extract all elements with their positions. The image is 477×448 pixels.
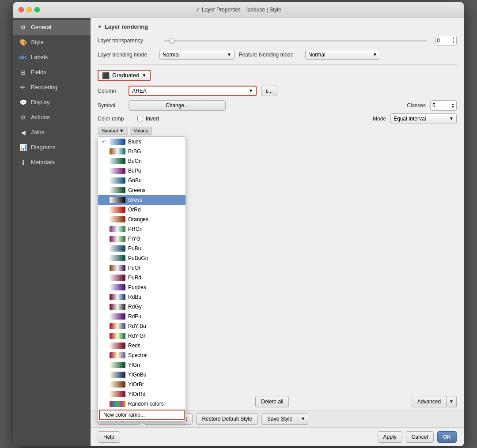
symbol-column-header[interactable]: Symbol ▼ — [98, 127, 128, 135]
save-style-button[interactable]: Save Style — [261, 413, 298, 425]
spin-buttons[interactable]: ▲ ▼ — [451, 36, 455, 45]
dropdown-item-reds[interactable]: Reds — [98, 341, 186, 350]
dropdown-item-rdpu[interactable]: RdPu — [98, 312, 186, 321]
new-color-ramp-button[interactable]: New color ramp... — [99, 410, 185, 420]
label-pubugn: PuBuGn — [128, 255, 148, 261]
sidebar-item-actions[interactable]: ⚙ Actions — [13, 110, 91, 125]
dropdown-item-bupu[interactable]: BuPu — [98, 166, 186, 176]
dropdown-item-orrd[interactable]: OrRd — [98, 205, 186, 215]
change-button[interactable]: Change... — [129, 100, 226, 111]
slider-thumb — [169, 38, 174, 43]
sidebar-item-general[interactable]: ⚙ General — [13, 20, 91, 35]
spin-down[interactable]: ▼ — [451, 40, 455, 44]
sidebar-label-general: General — [31, 24, 51, 30]
dropdown-item-prgn[interactable]: PRGn — [98, 224, 186, 234]
dropdown-item-ylorrd[interactable]: YlOrRd — [98, 389, 186, 399]
swatch-puor — [110, 265, 125, 271]
advanced-button[interactable]: Advanced — [412, 396, 447, 407]
sidebar-item-labels[interactable]: abc Labels — [13, 50, 91, 65]
dropdown-item-greens[interactable]: Greens — [98, 185, 186, 195]
sidebar-label-diagrams: Diagrams — [31, 144, 56, 151]
invert-checkbox[interactable] — [137, 116, 143, 121]
dropdown-item-blues[interactable]: ✓ Blues — [98, 137, 186, 147]
label-rdylgn: RdYlGn — [128, 333, 147, 339]
column-value: AREA — [132, 88, 147, 94]
sidebar-item-fields[interactable]: ⊞ Fields — [13, 65, 91, 80]
save-style-group: Save Style ▼ — [261, 413, 308, 425]
sidebar-item-style[interactable]: 🎨 Style — [13, 35, 91, 50]
renderer-icon: ⬛ — [102, 72, 110, 79]
swatch-purd — [110, 275, 125, 281]
dropdown-item-pubu[interactable]: PuBu — [98, 244, 186, 253]
action-bar: Help Apply Cancel OK — [91, 427, 464, 446]
maximize-button[interactable] — [34, 7, 40, 12]
dropdown-item-gnbu[interactable]: GnBu — [98, 176, 186, 185]
label-brbg: BrBG — [128, 148, 141, 154]
label-random: Random colors — [128, 401, 164, 407]
dropdown-item-ylgn[interactable]: YlGn — [98, 360, 186, 370]
delete-all-button[interactable]: Delete all — [255, 396, 289, 407]
values-column-header[interactable]: Values — [130, 127, 152, 135]
dropdown-item-purd[interactable]: PuRd — [98, 273, 186, 282]
dropdown-item-spectral[interactable]: Spectral — [98, 350, 186, 360]
close-button[interactable] — [19, 7, 24, 12]
cancel-button[interactable]: Cancel — [406, 431, 434, 443]
apply-button[interactable]: Apply — [378, 431, 402, 443]
label-prgn: PRGn — [128, 226, 143, 232]
swatch-orrd — [110, 207, 125, 213]
help-button[interactable]: Help — [98, 431, 120, 443]
swatch-bugn — [110, 158, 125, 164]
column-select[interactable]: AREA ▼ — [129, 86, 257, 96]
layer-blending-select[interactable]: Normal ▼ — [159, 50, 235, 60]
values-col-label: Values — [134, 128, 148, 133]
dropdown-item-piyg[interactable]: PiYG — [98, 234, 186, 244]
dropdown-item-brbg[interactable]: BrBG — [98, 147, 186, 156]
dropdown-item-purples[interactable]: Purples — [98, 282, 186, 292]
labels-icon: abc — [19, 53, 27, 62]
dropdown-item-random[interactable]: Random colors — [98, 399, 186, 409]
epsilon-button[interactable]: ε... — [261, 86, 277, 96]
classes-spinbox[interactable]: 5 ▲ ▼ — [430, 100, 457, 111]
sidebar-item-rendering[interactable]: ✏ Rendering — [13, 80, 91, 95]
advanced-arrow-button[interactable]: ▼ — [447, 396, 457, 407]
dropdown-item-oranges[interactable]: Oranges — [98, 215, 186, 224]
dropdown-item-rdylgn[interactable]: RdYlGn — [98, 331, 186, 341]
feature-blending-select[interactable]: Normal ▼ — [305, 50, 380, 60]
dropdown-item-bugn[interactable]: BuGn — [98, 156, 186, 166]
ok-button[interactable]: OK — [437, 431, 457, 443]
dropdown-item-greys[interactable]: Greys — [98, 195, 186, 205]
window-controls[interactable] — [19, 7, 40, 12]
sidebar-item-diagrams[interactable]: 📊 Diagrams — [13, 140, 91, 155]
spin-up[interactable]: ▲ — [451, 36, 455, 40]
dropdown-item-ylorbr[interactable]: YlOrBr — [98, 380, 186, 389]
sidebar-item-display[interactable]: 💬 Display — [13, 95, 91, 110]
sidebar-item-metadata[interactable]: ℹ Metadata — [13, 155, 91, 170]
layer-rendering-header[interactable]: ▼ Layer rendering — [91, 18, 464, 34]
dropdown-item-rdgy[interactable]: RdGy — [98, 302, 186, 312]
label-piyg: PiYG — [128, 236, 140, 242]
classes-spin-up[interactable]: ▲ — [451, 102, 454, 105]
minimize-button[interactable] — [26, 7, 32, 12]
transparency-slider[interactable] — [164, 40, 427, 41]
swatch-rdylbu — [110, 323, 125, 329]
transparency-spinbox[interactable]: 0 ▲ ▼ — [435, 36, 457, 45]
dropdown-item-puor[interactable]: PuOr — [98, 263, 186, 273]
label-spectral: Spectral — [128, 352, 148, 358]
transparency-label: Layer transparency — [98, 38, 155, 44]
mode-select[interactable]: Equal Interval ▼ — [390, 113, 457, 124]
style-icon: 🎨 — [19, 38, 27, 47]
classes-value: 5 — [432, 102, 435, 109]
mode-arrow: ▼ — [449, 116, 454, 121]
classes-spin-btns[interactable]: ▲ ▼ — [451, 102, 454, 109]
metadata-icon: ℹ — [19, 158, 27, 167]
dropdown-item-ylgnbu[interactable]: YlGnBu — [98, 370, 186, 380]
classes-spin-down[interactable]: ▼ — [451, 105, 454, 109]
save-style-arrow-button[interactable]: ▼ — [298, 413, 308, 425]
sidebar-item-joins[interactable]: ◀ Joins — [13, 125, 91, 140]
renderer-select[interactable]: ⬛ Graduated ▼ — [98, 70, 151, 81]
dropdown-item-rdylbu[interactable]: RdYlBu — [98, 321, 186, 331]
dropdown-item-rdbu[interactable]: RdBu — [98, 292, 186, 302]
swatch-random — [110, 401, 125, 407]
restore-default-button[interactable]: Restore Default Style — [196, 413, 257, 425]
dropdown-item-pubugn[interactable]: PuBuGn — [98, 253, 186, 263]
